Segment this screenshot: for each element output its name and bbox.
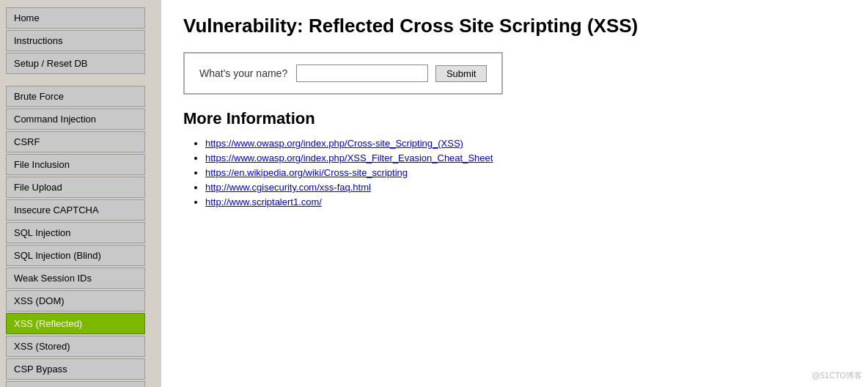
sidebar-item-file-upload[interactable]: File Upload [6, 177, 145, 198]
list-item: https://www.owasp.org/index.php/XSS_Filt… [205, 152, 846, 163]
sidebar-item-csrf[interactable]: CSRF [6, 131, 145, 152]
more-info-link[interactable]: http://www.scriptalert1.com/ [205, 196, 322, 207]
more-info-links: https://www.owasp.org/index.php/Cross-si… [183, 137, 846, 207]
sidebar-item-xss-stored[interactable]: XSS (Stored) [6, 336, 145, 357]
sidebar-item-weak-session-ids[interactable]: Weak Session IDs [6, 268, 145, 289]
sidebar: HomeInstructionsSetup / Reset DB Brute F… [0, 0, 161, 387]
xss-form-box: What's your name? Submit [183, 52, 503, 95]
submit-button[interactable]: Submit [435, 65, 487, 82]
list-item: https://en.wikipedia.org/wiki/Cross-site… [205, 166, 846, 178]
sidebar-vuln-section: Brute ForceCommand InjectionCSRFFile Inc… [0, 86, 161, 387]
list-item: http://www.cgisecurity.com/xss-faq.html [205, 181, 846, 193]
list-item: http://www.scriptalert1.com/ [205, 196, 846, 207]
sidebar-item-home[interactable]: Home [6, 7, 145, 29]
sidebar-item-javascript[interactable]: JavaScript [6, 381, 145, 387]
sidebar-item-csp-bypass[interactable]: CSP Bypass [6, 358, 145, 380]
sidebar-item-setup-reset-db[interactable]: Setup / Reset DB [6, 53, 145, 74]
more-info-link[interactable]: https://www.owasp.org/index.php/Cross-si… [205, 138, 463, 149]
more-info-link[interactable]: https://www.owasp.org/index.php/XSS_Filt… [205, 152, 493, 163]
main-content: Vulnerability: Reflected Cross Site Scri… [161, 0, 868, 387]
sidebar-item-sql-injection-blind[interactable]: SQL Injection (Blind) [6, 245, 145, 266]
sidebar-item-insecure-captcha[interactable]: Insecure CAPTCHA [6, 199, 145, 221]
watermark: @51CTO博客 [812, 370, 862, 381]
sidebar-item-xss-reflected[interactable]: XSS (Reflected) [6, 313, 145, 334]
more-info-link[interactable]: https://en.wikipedia.org/wiki/Cross-site… [205, 167, 408, 178]
name-input[interactable] [296, 64, 428, 82]
list-item: https://www.owasp.org/index.php/Cross-si… [205, 137, 846, 149]
sidebar-item-sql-injection[interactable]: SQL Injection [6, 222, 145, 243]
sidebar-item-file-inclusion[interactable]: File Inclusion [6, 154, 145, 175]
sidebar-item-brute-force[interactable]: Brute Force [6, 86, 145, 107]
page-title: Vulnerability: Reflected Cross Site Scri… [183, 15, 846, 37]
name-label: What's your name? [199, 67, 287, 79]
sidebar-item-instructions[interactable]: Instructions [6, 30, 145, 51]
more-info-heading: More Information [183, 109, 846, 128]
sidebar-item-xss-dom[interactable]: XSS (DOM) [6, 290, 145, 312]
sidebar-top-section: HomeInstructionsSetup / Reset DB [0, 7, 161, 74]
more-info-link[interactable]: http://www.cgisecurity.com/xss-faq.html [205, 182, 371, 193]
sidebar-item-command-injection[interactable]: Command Injection [6, 108, 145, 130]
